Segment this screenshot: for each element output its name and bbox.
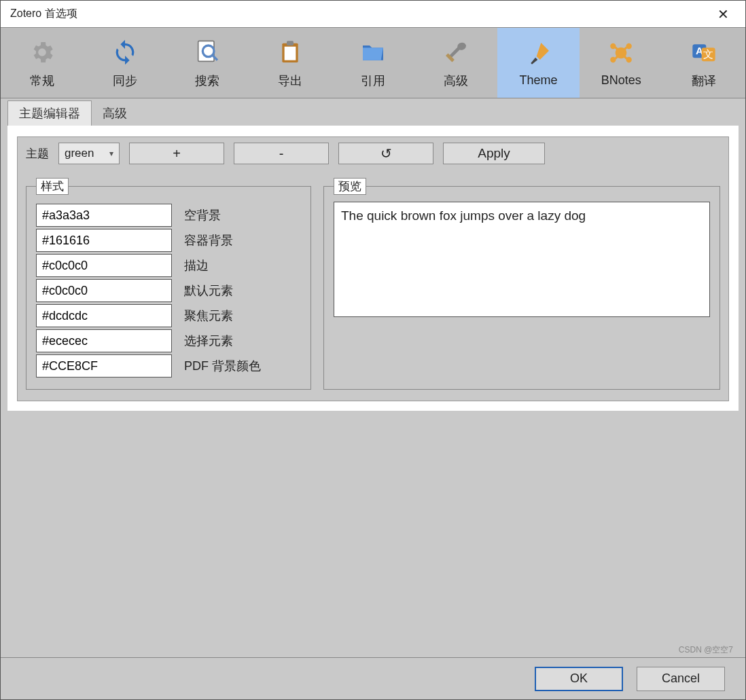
svg-line-12 bbox=[616, 48, 619, 51]
style-label: 默认元素 bbox=[184, 282, 233, 299]
style-label: 描边 bbox=[184, 257, 209, 274]
theme-select-value: green bbox=[65, 147, 94, 160]
gear-icon bbox=[27, 37, 57, 67]
preview-legend: 预览 bbox=[334, 178, 366, 195]
watermark: CSDN @空空7 bbox=[679, 644, 733, 656]
toolbar-theme[interactable]: Theme bbox=[497, 28, 580, 98]
style-label: 容器背景 bbox=[184, 232, 233, 248]
style-input-focus-element[interactable] bbox=[36, 304, 172, 327]
style-row-empty-bg: 空背景 bbox=[36, 204, 301, 227]
toolbar-label: 常规 bbox=[30, 73, 54, 89]
svg-rect-4 bbox=[285, 46, 296, 60]
remove-theme-button[interactable]: - bbox=[234, 143, 329, 164]
styles-legend: 样式 bbox=[36, 178, 69, 195]
preview-panel: 预览 The quick brown fox jumps over a lazy… bbox=[323, 178, 720, 390]
toolbar-label: Theme bbox=[520, 73, 558, 88]
toolbar-label: 同步 bbox=[113, 73, 137, 89]
svg-line-15 bbox=[624, 55, 627, 58]
style-label: 选择元素 bbox=[184, 333, 233, 349]
style-row-pdf-bg: PDF 背景颜色 bbox=[36, 354, 301, 377]
svg-rect-0 bbox=[198, 41, 214, 61]
style-row-focus-element: 聚焦元素 bbox=[36, 304, 301, 327]
preview-box: The quick brown fox jumps over a lazy do… bbox=[334, 202, 710, 317]
toolbar-label: 导出 bbox=[278, 73, 302, 89]
style-input-pdf-bg[interactable] bbox=[36, 354, 172, 377]
window-title: Zotero 首选项 bbox=[10, 7, 77, 21]
style-input-empty-bg[interactable] bbox=[36, 204, 172, 227]
preferences-window: Zotero 首选项 ✕ 常规 同步 搜索 导出 bbox=[0, 0, 746, 700]
tools-icon bbox=[441, 37, 471, 67]
toolbar: 常规 同步 搜索 导出 引用 bbox=[1, 28, 745, 98]
titlebar: Zotero 首选项 ✕ bbox=[1, 1, 745, 28]
cancel-button[interactable]: Cancel bbox=[637, 667, 725, 691]
tab-advanced[interactable]: 高级 bbox=[92, 101, 138, 126]
sub-tabbar: 主题编辑器 高级 bbox=[1, 98, 745, 126]
theme-label: 主题 bbox=[26, 146, 49, 162]
toolbar-label: 引用 bbox=[361, 73, 385, 89]
sync-icon bbox=[110, 37, 140, 67]
toolbar-general[interactable]: 常规 bbox=[1, 28, 84, 98]
style-input-border[interactable] bbox=[36, 254, 172, 277]
chevron-down-icon: ▾ bbox=[109, 149, 113, 158]
style-row-container-bg: 容器背景 bbox=[36, 229, 301, 252]
search-doc-icon bbox=[192, 37, 222, 67]
theme-editor-pane: 主题 green ▾ + - ↺ Apply 样式 空背景 bbox=[7, 126, 739, 411]
bnotes-icon bbox=[606, 38, 636, 68]
styles-panel: 样式 空背景 容器背景 描边 默认元素 bbox=[26, 178, 311, 390]
toolbar-sync[interactable]: 同步 bbox=[84, 28, 166, 98]
style-input-select-element[interactable] bbox=[36, 329, 172, 352]
style-label: 空背景 bbox=[184, 207, 221, 223]
add-theme-button[interactable]: + bbox=[129, 143, 224, 164]
toolbar-label: 翻译 bbox=[692, 73, 716, 89]
folder-icon bbox=[358, 37, 388, 67]
apply-button[interactable]: Apply bbox=[443, 143, 545, 164]
close-icon[interactable]: ✕ bbox=[711, 2, 736, 26]
ok-button[interactable]: OK bbox=[535, 667, 623, 691]
reset-theme-button[interactable]: ↺ bbox=[338, 143, 433, 164]
brush-icon bbox=[524, 38, 554, 68]
style-label: 聚焦元素 bbox=[184, 308, 233, 324]
style-label: PDF 背景颜色 bbox=[184, 358, 261, 374]
toolbar-label: 高级 bbox=[444, 73, 468, 89]
theme-editor-inner: 主题 green ▾ + - ↺ Apply 样式 空背景 bbox=[17, 136, 729, 401]
svg-line-13 bbox=[624, 48, 627, 51]
toolbar-cite[interactable]: 引用 bbox=[332, 28, 414, 98]
toolbar-label: BNotes bbox=[601, 73, 641, 88]
style-input-container-bg[interactable] bbox=[36, 229, 172, 252]
svg-line-14 bbox=[616, 55, 619, 58]
toolbar-search[interactable]: 搜索 bbox=[166, 28, 249, 98]
style-row-default-element: 默认元素 bbox=[36, 279, 301, 302]
toolbar-translate[interactable]: A文 翻译 bbox=[662, 28, 745, 98]
toolbar-bnotes[interactable]: BNotes bbox=[580, 28, 662, 98]
style-row-select-element: 选择元素 bbox=[36, 329, 301, 352]
toolbar-advanced[interactable]: 高级 bbox=[414, 28, 497, 98]
svg-rect-5 bbox=[287, 41, 294, 45]
style-input-default-element[interactable] bbox=[36, 279, 172, 302]
translate-icon: A文 bbox=[689, 37, 719, 67]
clipboard-icon bbox=[275, 37, 305, 67]
tab-theme-editor[interactable]: 主题编辑器 bbox=[7, 100, 92, 126]
style-row-border: 描边 bbox=[36, 254, 301, 277]
theme-row: 主题 green ▾ + - ↺ Apply bbox=[26, 143, 720, 164]
theme-select[interactable]: green ▾ bbox=[58, 143, 120, 164]
svg-text:文: 文 bbox=[703, 48, 713, 60]
dialog-footer: OK Cancel bbox=[1, 657, 745, 699]
toolbar-label: 搜索 bbox=[195, 73, 219, 89]
toolbar-export[interactable]: 导出 bbox=[249, 28, 332, 98]
